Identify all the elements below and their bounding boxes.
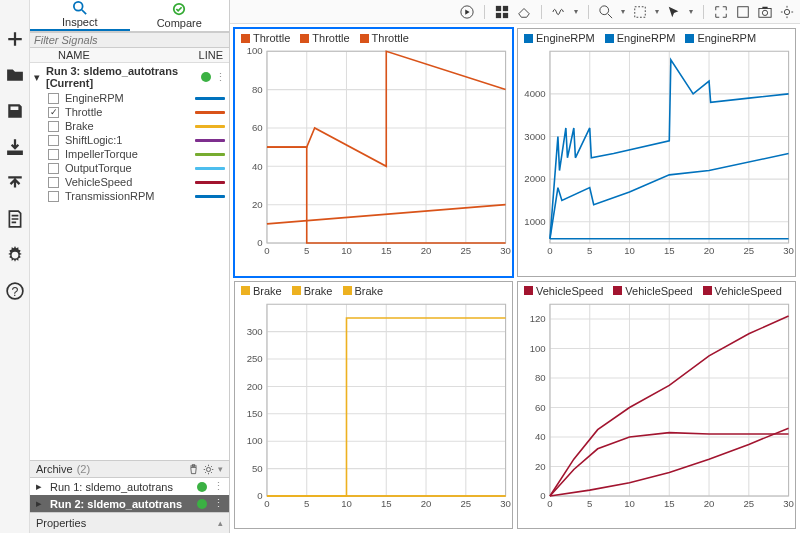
signal-name: TransmissionRPM <box>65 190 189 202</box>
signal-row[interactable]: ✓ Throttle <box>30 105 229 119</box>
signal-name: EngineRPM <box>65 92 189 104</box>
properties-header[interactable]: Properties ▴ <box>30 512 229 533</box>
svg-text:15: 15 <box>381 497 392 508</box>
tab-label: Inspect <box>62 16 97 28</box>
gear-icon[interactable] <box>203 464 214 475</box>
line-swatch <box>195 195 225 198</box>
expand-icon[interactable]: ▸ <box>36 497 44 510</box>
checkbox[interactable] <box>48 163 59 174</box>
more-icon[interactable]: ⋮ <box>215 71 225 84</box>
chart-area[interactable]: 051015202530050100150200250300 <box>235 300 512 529</box>
svg-text:0: 0 <box>547 245 552 256</box>
save-icon[interactable] <box>6 102 24 120</box>
filter-input[interactable] <box>34 34 225 46</box>
svg-point-2 <box>74 2 83 11</box>
plot-legend: EngineRPMEngineRPMEngineRPM <box>518 29 795 47</box>
signal-row[interactable]: OutputTorque <box>30 161 229 175</box>
archive-row[interactable]: ▸ Run 1: sldemo_autotrans ⋮ <box>30 478 229 495</box>
checkbox[interactable] <box>48 191 59 202</box>
checkbox[interactable] <box>48 177 59 188</box>
report-icon[interactable] <box>6 210 24 228</box>
svg-text:250: 250 <box>247 353 263 364</box>
fit-icon[interactable] <box>714 5 728 19</box>
chart-area[interactable]: 051015202530020406080100120 <box>518 300 795 529</box>
cursor-icon[interactable] <box>667 5 681 19</box>
legend-swatch <box>605 34 614 43</box>
line-swatch <box>195 111 225 114</box>
signal-row[interactable]: TransmissionRPM <box>30 189 229 203</box>
svg-text:60: 60 <box>252 122 263 133</box>
expand-icon[interactable]: ▾ <box>34 71 42 84</box>
line-swatch <box>195 139 225 142</box>
main-area: ▾ ▾ ▾ ▾ ThrottleThrottleThrottle 0510152… <box>230 0 800 533</box>
import-icon[interactable] <box>6 138 24 156</box>
legend-item: VehicleSpeed <box>613 285 692 297</box>
signal-row[interactable]: ShiftLogic:1 <box>30 133 229 147</box>
play-icon[interactable] <box>460 5 474 19</box>
plot-panel[interactable]: ThrottleThrottleThrottle 051015202530020… <box>234 28 513 277</box>
signal-icon[interactable] <box>552 5 566 19</box>
svg-rect-12 <box>738 6 749 17</box>
clear-icon[interactable] <box>517 5 531 19</box>
help-icon[interactable]: ? <box>6 282 24 300</box>
properties-label: Properties <box>36 517 86 529</box>
svg-text:25: 25 <box>743 245 754 256</box>
signal-row[interactable]: VehicleSpeed <box>30 175 229 189</box>
svg-text:0: 0 <box>257 490 262 501</box>
svg-text:0: 0 <box>264 245 269 256</box>
legend-label: EngineRPM <box>697 32 756 44</box>
legend-item: EngineRPM <box>685 32 756 44</box>
legend-swatch <box>685 34 694 43</box>
tab-inspect[interactable]: Inspect <box>30 0 130 31</box>
legend-label: EngineRPM <box>617 32 676 44</box>
chart-area[interactable]: 051015202530020406080100 <box>235 47 512 276</box>
run-row[interactable]: ▾ Run 3: sldemo_autotrans [Current] ⋮ <box>30 63 229 91</box>
gear-icon[interactable] <box>6 246 24 264</box>
plot-panel[interactable]: BrakeBrakeBrake 051015202530050100150200… <box>234 281 513 530</box>
archive-header[interactable]: Archive (2) ▾ <box>30 460 229 478</box>
checkbox[interactable]: ✓ <box>48 107 59 118</box>
svg-text:1000: 1000 <box>524 216 545 227</box>
signal-row[interactable]: EngineRPM <box>30 91 229 105</box>
region-icon[interactable] <box>633 5 647 19</box>
checkbox[interactable] <box>48 93 59 104</box>
camera-icon[interactable] <box>758 5 772 19</box>
plot-panel[interactable]: VehicleSpeedVehicleSpeedVehicleSpeed 051… <box>517 281 796 530</box>
signal-row[interactable]: ImpellerTorque <box>30 147 229 161</box>
svg-text:300: 300 <box>247 325 263 336</box>
chevron-up-icon[interactable]: ▴ <box>218 518 223 528</box>
svg-text:2000: 2000 <box>524 173 545 184</box>
archive-row[interactable]: ▸ Run 2: sldemo_autotrans ⋮ <box>30 495 229 512</box>
svg-text:30: 30 <box>783 497 794 508</box>
checkbox[interactable] <box>48 135 59 146</box>
legend-item: VehicleSpeed <box>703 285 782 297</box>
legend-item: Brake <box>241 285 282 297</box>
checkbox[interactable] <box>48 121 59 132</box>
legend-item: Throttle <box>360 32 409 44</box>
expand-icon[interactable]: ▸ <box>36 480 44 493</box>
plot-panel[interactable]: EngineRPMEngineRPMEngineRPM 051015202530… <box>517 28 796 277</box>
archive-count: (2) <box>77 463 90 475</box>
plot-toolbar: ▾ ▾ ▾ ▾ <box>230 0 800 24</box>
more-icon[interactable]: ⋮ <box>213 480 223 493</box>
trash-icon[interactable] <box>188 464 199 475</box>
status-dot <box>197 499 207 509</box>
line-swatch <box>195 153 225 156</box>
expand-icon[interactable] <box>736 5 750 19</box>
svg-point-10 <box>600 5 609 14</box>
signal-row[interactable]: Brake <box>30 119 229 133</box>
tab-compare[interactable]: Compare <box>130 0 230 31</box>
chevron-down-icon[interactable]: ▾ <box>218 464 223 474</box>
more-icon[interactable]: ⋮ <box>213 497 223 510</box>
svg-text:4000: 4000 <box>524 88 545 99</box>
export-icon[interactable] <box>6 174 24 192</box>
gear-icon[interactable] <box>780 5 794 19</box>
add-icon[interactable] <box>6 30 24 48</box>
svg-text:0: 0 <box>257 237 262 248</box>
layout-icon[interactable] <box>495 5 509 19</box>
legend-label: EngineRPM <box>536 32 595 44</box>
zoom-icon[interactable] <box>599 5 613 19</box>
checkbox[interactable] <box>48 149 59 160</box>
folder-icon[interactable] <box>6 66 24 84</box>
chart-area[interactable]: 0510152025301000200030004000 <box>518 47 795 276</box>
